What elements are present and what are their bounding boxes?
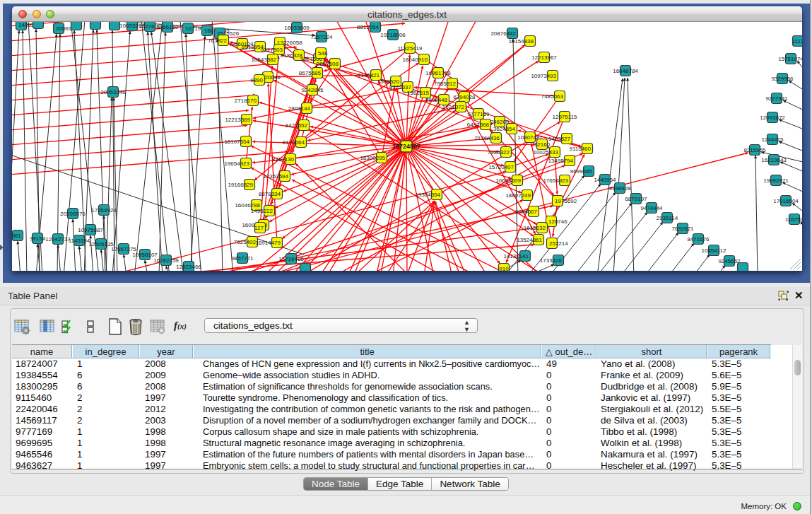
svg-text:12923466: 12923466 xyxy=(176,264,201,270)
svg-text:2935114: 2935114 xyxy=(657,215,678,221)
svg-text:21364436: 21364436 xyxy=(474,135,500,141)
svg-text:16033809: 16033809 xyxy=(284,25,310,31)
svg-text:12213967: 12213967 xyxy=(531,54,557,61)
svg-text:18724007: 18724007 xyxy=(392,143,420,150)
svg-text:15720407: 15720407 xyxy=(488,164,514,170)
svg-text:1975692: 1975692 xyxy=(555,198,577,204)
svg-text:14136141: 14136141 xyxy=(503,253,529,259)
svg-text:7485063: 7485063 xyxy=(541,93,564,100)
svg-text:16961758: 16961758 xyxy=(425,70,451,76)
svg-text:39154: 39154 xyxy=(30,235,46,242)
svg-text:6794028: 6794028 xyxy=(453,94,476,100)
svg-text:17359924: 17359924 xyxy=(91,207,117,214)
svg-text:12975115: 12975115 xyxy=(553,114,578,120)
svg-text:8813054: 8813054 xyxy=(357,24,379,30)
svg-text:18107554: 18107554 xyxy=(224,139,249,145)
svg-text:10654112: 10654112 xyxy=(702,247,727,254)
svg-text:7357224: 7357224 xyxy=(310,34,333,40)
svg-text:12093872: 12093872 xyxy=(760,115,785,121)
svg-text:10025433: 10025433 xyxy=(533,149,558,156)
svg-text:20876842: 20876842 xyxy=(490,30,516,37)
svg-text:8215955: 8215955 xyxy=(743,147,766,153)
svg-text:1117: 1117 xyxy=(792,38,802,45)
svg-text:6879197: 6879197 xyxy=(625,196,647,202)
svg-text:252214: 252214 xyxy=(549,240,568,247)
svg-text:19654923: 19654923 xyxy=(224,160,249,167)
svg-text:17016504: 17016504 xyxy=(773,198,799,204)
svg-text:9938928: 9938928 xyxy=(608,185,631,192)
svg-text:15751074: 15751074 xyxy=(778,56,802,62)
svg-text:16210643: 16210643 xyxy=(761,157,787,163)
svg-text:9115460: 9115460 xyxy=(569,146,591,152)
svg-text:7986322: 7986322 xyxy=(488,149,510,156)
svg-text:9327503: 9327503 xyxy=(261,47,283,53)
svg-text:2803144: 2803144 xyxy=(288,105,311,112)
svg-text:12942737: 12942737 xyxy=(45,236,71,243)
svg-text:62160: 62160 xyxy=(534,141,551,148)
svg-text:546: 546 xyxy=(318,50,328,57)
svg-text:17654923: 17654923 xyxy=(543,177,568,184)
svg-text:3624554: 3624554 xyxy=(493,126,516,132)
svg-text:11325419: 11325419 xyxy=(398,45,423,52)
svg-text:8186328: 8186328 xyxy=(281,52,303,59)
svg-text:8675685: 8675685 xyxy=(299,70,322,76)
svg-text:1621072: 1621072 xyxy=(442,104,465,110)
svg-text:12353594: 12353594 xyxy=(263,173,288,180)
svg-text:20206576: 20206576 xyxy=(60,211,86,217)
svg-text:8878334: 8878334 xyxy=(259,191,281,197)
svg-text:19384554: 19384554 xyxy=(415,192,440,198)
svg-text:16914479: 16914479 xyxy=(255,240,281,246)
svg-text:9463627: 9463627 xyxy=(548,136,571,142)
svg-text:7955812: 7955812 xyxy=(434,81,457,87)
svg-text:18807249: 18807249 xyxy=(505,192,531,199)
svg-text:19166829: 19166829 xyxy=(228,182,253,188)
svg-text:18300295: 18300295 xyxy=(360,155,385,161)
svg-text:9146821: 9146821 xyxy=(358,72,380,78)
svg-text:1498222: 1498222 xyxy=(251,208,273,214)
svg-text:9329966: 9329966 xyxy=(771,76,794,82)
svg-text:910: 910 xyxy=(499,266,509,271)
svg-text:9242845: 9242845 xyxy=(301,87,324,93)
svg-text:16154838: 16154838 xyxy=(508,38,534,45)
svg-text:13524861: 13524861 xyxy=(517,237,542,243)
svg-text:16782759: 16782759 xyxy=(153,257,179,264)
svg-text:2867608: 2867608 xyxy=(317,61,339,67)
svg-text:8471676: 8471676 xyxy=(687,236,710,243)
svg-text:1440954: 1440954 xyxy=(594,177,616,183)
svg-text:2718170: 2718170 xyxy=(235,98,257,104)
svg-text:12505135: 12505135 xyxy=(88,241,114,247)
svg-text:15716485: 15716485 xyxy=(278,256,304,262)
svg-text:10543382: 10543382 xyxy=(251,57,276,63)
svg-text:1733426: 1733426 xyxy=(540,257,563,264)
svg-text:9890: 9890 xyxy=(250,77,263,83)
svg-text:120746: 120746 xyxy=(548,218,567,225)
svg-text:1362615: 1362615 xyxy=(407,90,430,96)
svg-text:9777169: 9777169 xyxy=(467,111,490,117)
svg-text:8170064: 8170064 xyxy=(283,139,305,146)
svg-text:20053346: 20053346 xyxy=(100,89,126,95)
svg-text:6466160: 6466160 xyxy=(156,24,179,30)
svg-text:116753: 116753 xyxy=(785,216,802,223)
svg-text:2835061: 2835061 xyxy=(12,233,22,239)
svg-text:9245652: 9245652 xyxy=(718,258,741,264)
svg-text:9227341: 9227341 xyxy=(765,95,788,102)
svg-text:763822: 763822 xyxy=(208,37,227,44)
svg-text:9084067: 9084067 xyxy=(515,209,538,215)
svg-text:12213369: 12213369 xyxy=(225,117,250,123)
svg-text:8427552: 8427552 xyxy=(286,122,308,129)
svg-text:19692971: 19692971 xyxy=(763,177,789,184)
svg-text:16648784: 16648784 xyxy=(613,68,638,74)
svg-text:1615132: 1615132 xyxy=(524,225,546,231)
svg-text:6497568: 6497568 xyxy=(467,122,490,128)
svg-text:127: 127 xyxy=(254,225,264,231)
svg-text:1244415: 1244415 xyxy=(761,136,784,143)
svg-text:9857771: 9857771 xyxy=(231,255,254,262)
svg-text:9474444: 9474444 xyxy=(640,205,663,211)
svg-text:7625402: 7625402 xyxy=(234,239,257,245)
svg-text:13495794: 13495794 xyxy=(548,158,573,164)
svg-text:10975887: 10975887 xyxy=(78,227,103,233)
svg-text:8990448: 8990448 xyxy=(425,97,448,103)
svg-text:1145194: 1145194 xyxy=(69,238,90,244)
svg-text:9699695: 9699695 xyxy=(570,168,593,175)
svg-text:19218506: 19218506 xyxy=(380,32,406,38)
